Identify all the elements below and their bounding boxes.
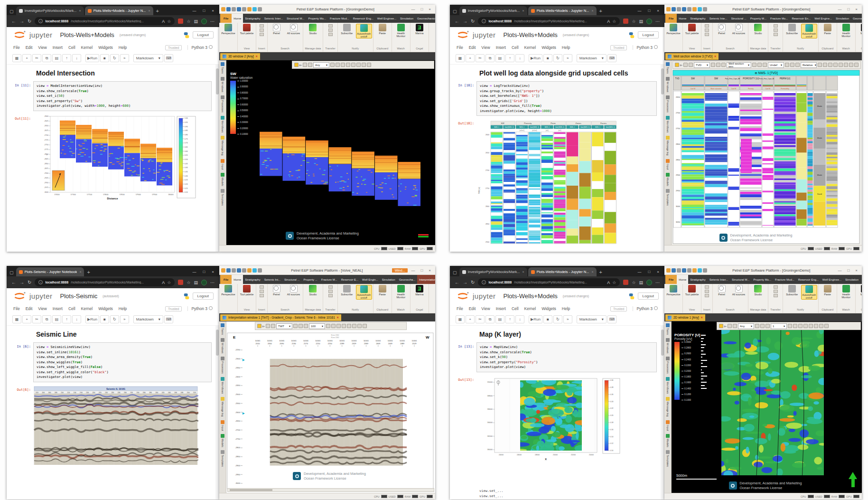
restart-run-all-button[interactable]: » xyxy=(563,54,572,62)
menu-item[interactable]: View xyxy=(38,306,47,311)
code-cell[interactable]: view = ModelIntersectionView(inv)view.sh… xyxy=(33,81,212,111)
ribbon-tab-stratigraphy[interactable]: Stratigraphy xyxy=(688,275,707,284)
tool-icon[interactable] xyxy=(346,63,350,67)
tool-icon[interactable] xyxy=(793,324,797,328)
toolbar-combo[interactable]: 100▾ xyxy=(309,323,325,329)
petrel-minimize-button[interactable]: — xyxy=(835,7,844,11)
cut-cell-button[interactable]: ✂ xyxy=(32,54,41,62)
tool-icon[interactable] xyxy=(790,63,794,67)
explorer-tab-windows[interactable]: Windows xyxy=(221,338,224,353)
collections-icon[interactable]: ▤ xyxy=(639,280,643,285)
ribbon-tab-simulation[interactable]: Simulation xyxy=(380,275,397,284)
ribbon-button-marina[interactable]: ƎMarina xyxy=(857,24,862,35)
explorer-tab-input[interactable]: Input xyxy=(221,420,224,431)
ribbon-small-icon[interactable] xyxy=(328,28,333,32)
menu-item[interactable]: View xyxy=(481,306,490,311)
quick-access-icon[interactable] xyxy=(221,7,225,11)
tool-icon[interactable] xyxy=(299,324,303,328)
extension-icon[interactable] xyxy=(178,19,183,24)
tool-icon[interactable] xyxy=(763,63,767,67)
explorer-tab-message-log[interactable]: Message log xyxy=(221,397,224,416)
ribbon-tab-seismic-inte-[interactable]: Seismic Inte... xyxy=(708,14,729,23)
ribbon-button-marina[interactable]: ƎMarina xyxy=(411,24,428,35)
tool-icon[interactable] xyxy=(326,324,330,328)
ribbon-tab-well-enginee-[interactable]: Well Enginee... xyxy=(821,275,843,284)
explorer-tab-windows[interactable]: Windows xyxy=(666,77,670,92)
copy-cell-button[interactable]: ⧉ xyxy=(485,54,495,62)
explorer-tab-models[interactable]: Models xyxy=(221,173,224,186)
quick-access-icon[interactable] xyxy=(682,268,686,273)
quick-access-icon[interactable] xyxy=(677,268,681,273)
ribbon-tab-stratigraphy[interactable]: Stratigraphy xyxy=(243,14,262,23)
tool-icon[interactable] xyxy=(818,63,822,67)
tool-icon[interactable] xyxy=(839,63,843,67)
reload-icon[interactable]: ↻ xyxy=(471,280,475,285)
collections-icon[interactable]: ▤ xyxy=(639,19,643,24)
ribbon-button-petrel[interactable]: Petrel xyxy=(714,24,730,35)
cursor-tool-icon[interactable]: ▻ xyxy=(680,63,682,67)
tool-icon[interactable] xyxy=(854,63,859,67)
add-cell-button[interactable]: + xyxy=(22,54,31,62)
browser-close-button[interactable]: × xyxy=(208,9,217,13)
quick-access-icon[interactable] xyxy=(677,7,681,11)
restart-run-all-button[interactable]: » xyxy=(120,54,129,62)
menu-item[interactable]: Help xyxy=(562,45,570,50)
quick-access-icon[interactable] xyxy=(666,268,671,273)
tab-close-icon[interactable]: × xyxy=(591,270,593,274)
restart-run-all-button[interactable]: » xyxy=(563,315,572,323)
ribbon-tab-geomechanics[interactable]: Geomechanics xyxy=(415,14,435,23)
tool-icon[interactable] xyxy=(824,324,829,328)
save-button[interactable]: ▦ xyxy=(12,54,21,62)
ribbon-tab-property-mo-[interactable]: Property Mo... xyxy=(751,275,773,284)
tool-icon[interactable] xyxy=(814,324,818,328)
browser-maximize-button[interactable]: □ xyxy=(199,9,208,13)
menu-item[interactable]: Edit xyxy=(26,45,33,50)
move-up-button[interactable]: ↑ xyxy=(505,54,514,62)
quick-access-icon[interactable] xyxy=(252,7,257,11)
cut-cell-button[interactable]: ✂ xyxy=(476,54,485,62)
paste-cell-button[interactable]: ▤ xyxy=(52,315,61,323)
tool-icon[interactable] xyxy=(363,324,367,328)
petrel-close-button[interactable]: × xyxy=(853,268,860,273)
quick-access-icon[interactable] xyxy=(703,7,707,11)
ribbon-tab-reservoir-eng-[interactable]: Reservoir Eng... xyxy=(796,275,821,284)
ribbon-button-tool-palette[interactable]: Tool palette xyxy=(239,24,255,35)
ribbon-tab-fracture-m-[interactable]: Fracture M... xyxy=(319,275,339,284)
tool-icon[interactable] xyxy=(809,324,813,328)
restart-kernel-button[interactable]: ↻ xyxy=(110,315,119,323)
ribbon-button-all-sources[interactable]: All sources xyxy=(731,24,747,35)
ribbon-button-all-sources[interactable]: All sources xyxy=(286,24,302,35)
collections-icon[interactable]: ▤ xyxy=(194,19,198,24)
new-tab-button[interactable]: + xyxy=(87,269,90,275)
move-up-button[interactable]: ↑ xyxy=(505,315,514,323)
quick-access-icon[interactable] xyxy=(672,7,676,11)
quick-access-icon[interactable] xyxy=(687,7,691,11)
ribbon-small-icon[interactable] xyxy=(705,33,709,36)
quick-access-icon[interactable] xyxy=(252,268,257,273)
explorer-tab-input[interactable]: Input xyxy=(221,159,224,170)
ribbon-button-marina[interactable]: ƎMarina xyxy=(857,285,862,296)
ribbon-tab-structural-m-[interactable]: Structural M... xyxy=(285,14,306,23)
tab-close-icon[interactable]: × xyxy=(79,270,81,274)
reader-mode-icon[interactable]: A xyxy=(607,19,610,24)
document-tab-close-icon[interactable]: × xyxy=(256,55,258,58)
ribbon-tab-interpretation[interactable]: Interpretation xyxy=(417,275,435,284)
menu-item[interactable]: Cell xyxy=(512,45,519,50)
menu-item[interactable]: Insert xyxy=(496,45,506,50)
quick-access-icon[interactable] xyxy=(242,7,246,11)
ribbon-small-icon[interactable] xyxy=(328,290,333,293)
menu-item[interactable]: Help xyxy=(119,306,127,311)
site-info-icon[interactable]: i xyxy=(38,19,43,23)
ribbon-button-health-monitor[interactable]: Health Monitor xyxy=(393,24,409,38)
logout-button[interactable]: Logout xyxy=(193,292,214,300)
selected-tool-icon[interactable] xyxy=(294,63,299,67)
browser-close-button[interactable]: × xyxy=(653,9,663,13)
stop-button[interactable]: ■ xyxy=(543,315,552,323)
ribbon-button-all-sources[interactable]: All sources xyxy=(731,285,747,296)
site-info-icon[interactable]: i xyxy=(482,280,486,284)
browser-close-button[interactable]: × xyxy=(208,270,217,274)
forward-icon[interactable]: → xyxy=(463,19,467,24)
cut-cell-button[interactable]: ✂ xyxy=(476,315,485,323)
ribbon-tab-file[interactable]: File xyxy=(665,275,677,284)
ribbon-small-icon[interactable] xyxy=(260,33,264,36)
